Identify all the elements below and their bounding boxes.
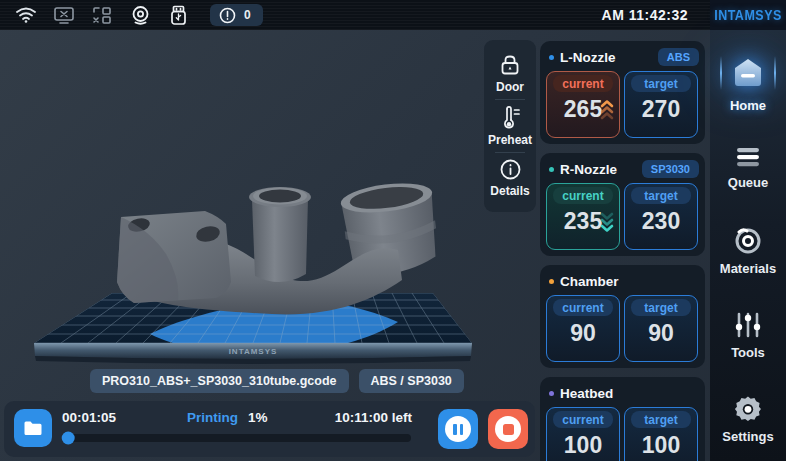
nav-label-materials: Materials <box>720 261 776 276</box>
alert-count: 0 <box>244 8 251 22</box>
display-disconnected-icon <box>52 4 76 26</box>
settings-gear-icon <box>734 395 762 423</box>
details-info-icon <box>499 158 522 181</box>
preheat-thermometer-icon <box>498 105 522 130</box>
stop-icon <box>495 416 521 442</box>
current-label: current <box>553 75 613 92</box>
printer-home-screen: INTAMSYS <box>0 0 786 461</box>
target-value: 100 <box>642 432 680 459</box>
door-label: Door <box>496 80 524 94</box>
current-temp-box[interactable]: current 100 <box>546 407 620 461</box>
job-filename: PRO310_ABS+_SP3030_310tube.gcode <box>90 369 349 393</box>
brand-logo: INTAMSYS <box>710 0 786 30</box>
model-preview-3d[interactable]: INTAMSYS <box>0 30 540 400</box>
job-file-row: PRO310_ABS+_SP3030_310tube.gcode ABS / S… <box>90 369 464 393</box>
target-label: target <box>631 411 691 428</box>
temp-card-l-nozzle: L-Nozzle ABS current 265 target 270 <box>540 41 705 144</box>
elapsed-time: 00:01:05 <box>62 410 116 425</box>
nav-item-tools[interactable]: Tools <box>710 293 786 377</box>
pause-icon <box>445 416 471 442</box>
print-control-bar: 00:01:05 Printing 1% 10:11:00 left <box>4 401 535 457</box>
current-temp-box[interactable]: current 235 <box>546 183 620 250</box>
current-label: current <box>553 299 613 316</box>
target-temp-box[interactable]: target 230 <box>624 183 698 250</box>
nav-item-settings[interactable]: Settings <box>710 377 786 461</box>
stop-button[interactable] <box>488 409 528 449</box>
camera-icon <box>128 4 152 26</box>
temp-card-chamber: Chamber current 90 target 90 <box>540 265 705 368</box>
status-dot <box>549 279 554 284</box>
target-value: 230 <box>642 208 680 235</box>
status-dot <box>549 391 554 396</box>
temp-card-title: R-Nozzle <box>560 162 617 177</box>
alert-icon <box>219 7 236 24</box>
target-temp-box[interactable]: target 270 <box>624 71 698 138</box>
target-value: 90 <box>648 320 674 347</box>
nav-label-home: Home <box>730 98 766 113</box>
details-label: Details <box>490 184 529 198</box>
target-value: 270 <box>642 96 680 123</box>
alerts-badge[interactable]: 0 <box>210 4 263 26</box>
preheat-button[interactable]: Preheat <box>484 100 536 151</box>
time-remaining: 10:11:00 left <box>335 410 412 425</box>
current-value: 265 <box>564 96 602 123</box>
usb-drive-icon <box>166 4 190 26</box>
temperature-column: L-Nozzle ABS current 265 target 270 <box>540 41 705 455</box>
progress-bar[interactable] <box>63 434 411 442</box>
nav-item-home[interactable]: Home <box>710 42 786 126</box>
current-value: 90 <box>570 320 596 347</box>
tools-sliders-icon <box>734 311 762 339</box>
folder-icon <box>23 420 43 437</box>
current-label: current <box>553 187 613 204</box>
material-badge[interactable]: ABS <box>658 48 699 66</box>
status-dot <box>549 55 554 60</box>
current-label: current <box>553 411 613 428</box>
progress-handle[interactable] <box>62 432 75 445</box>
current-value: 100 <box>564 432 602 459</box>
door-lock-icon <box>498 53 522 77</box>
target-label: target <box>631 75 691 92</box>
extension-screen-icon <box>90 4 114 26</box>
current-temp-box[interactable]: current 90 <box>546 295 620 362</box>
nav-item-queue[interactable]: Queue <box>710 126 786 210</box>
heating-up-icon <box>600 99 614 121</box>
cooling-down-icon <box>600 211 614 233</box>
current-value: 235 <box>564 208 602 235</box>
status-dot <box>549 167 554 172</box>
clock-time: AM 11:42:32 <box>602 0 688 30</box>
nav-label-tools: Tools <box>731 345 765 360</box>
main-nav-sidebar: Home Queue Materials <box>710 30 786 461</box>
status-bar: 0 AM 11:42:32 <box>0 0 710 30</box>
materials-spool-icon <box>733 227 763 255</box>
target-temp-box[interactable]: target 100 <box>624 407 698 461</box>
job-materials: ABS / SP3030 <box>359 369 464 393</box>
material-badge[interactable]: SP3030 <box>642 160 699 178</box>
print-percent: 1% <box>248 410 268 425</box>
quick-actions-panel: Door Preheat Details <box>484 40 536 212</box>
door-button[interactable]: Door <box>484 48 536 99</box>
temp-card-title: Heatbed <box>560 386 613 401</box>
nav-item-materials[interactable]: Materials <box>710 210 786 294</box>
preheat-label: Preheat <box>488 133 532 147</box>
print-status: Printing <box>187 410 238 425</box>
plate-brand-text: INTAMSYS <box>229 347 278 356</box>
target-label: target <box>631 299 691 316</box>
target-temp-box[interactable]: target 90 <box>624 295 698 362</box>
nav-label-queue: Queue <box>728 175 768 190</box>
queue-icon <box>735 145 761 169</box>
temp-card-r-nozzle: R-Nozzle SP3030 current 235 target 230 <box>540 153 705 256</box>
temp-card-title: L-Nozzle <box>560 50 616 65</box>
temp-card-heatbed: Heatbed current 100 target 100 <box>540 377 705 461</box>
wifi-icon <box>14 4 38 26</box>
home-icon <box>726 54 770 92</box>
temp-card-title: Chamber <box>560 274 619 289</box>
details-button[interactable]: Details <box>484 153 536 204</box>
nav-label-settings: Settings <box>722 429 773 444</box>
pause-button[interactable] <box>438 409 478 449</box>
target-label: target <box>631 187 691 204</box>
files-button[interactable] <box>14 409 52 447</box>
current-temp-box[interactable]: current 265 <box>546 71 620 138</box>
